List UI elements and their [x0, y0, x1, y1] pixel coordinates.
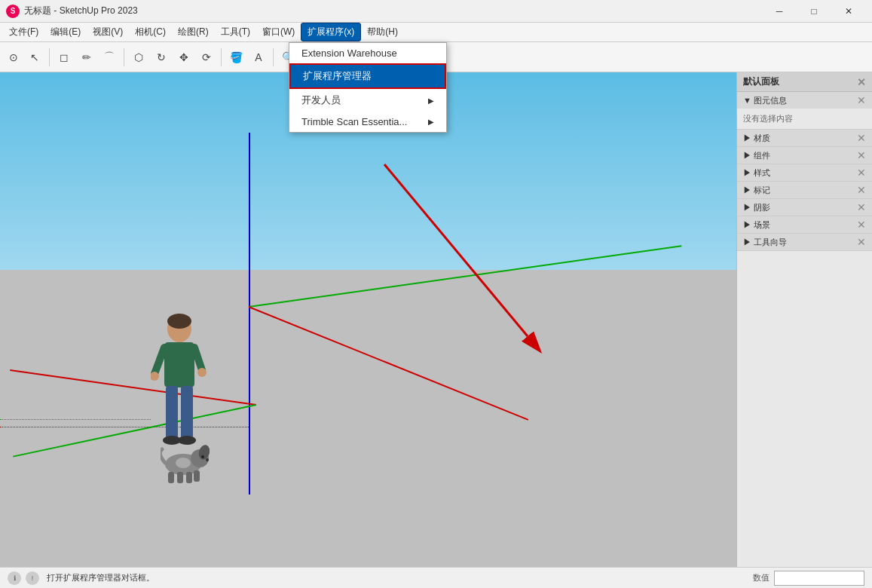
svg-point-6 — [197, 368, 207, 377]
toolbar-rotate[interactable]: ↻ — [151, 47, 172, 68]
titlebar: S 无标题 - SketchUp Pro 2023 ─ □ ✕ — [0, 0, 872, 23]
dog-figure — [161, 442, 210, 487]
tool-guide-header[interactable]: ▶ 工具向导 ✕ — [737, 234, 872, 250]
panel-close-icon[interactable]: ✕ — [857, 76, 866, 88]
toolbar-move[interactable]: ✥ — [173, 47, 194, 68]
toolbar-text[interactable]: A — [248, 47, 269, 68]
style-header[interactable]: ▶ 样式 ✕ — [737, 164, 872, 181]
panel-section-marker: ▶ 标记 ✕ — [737, 182, 872, 199]
marker-label: ▶ 标记 — [743, 185, 770, 196]
axis-blue — [249, 133, 250, 495]
app-icon: S — [6, 5, 20, 18]
menu-extensions[interactable]: 扩展程序(x) — [301, 23, 361, 41]
entity-info-close[interactable]: ✕ — [857, 94, 866, 106]
material-close[interactable]: ✕ — [857, 132, 866, 144]
component-close[interactable]: ✕ — [857, 149, 866, 161]
close-button[interactable]: ✕ — [831, 0, 866, 23]
panel-section-style: ▶ 样式 ✕ — [737, 164, 872, 182]
marker-header[interactable]: ▶ 标记 ✕ — [737, 182, 872, 198]
svg-rect-2 — [164, 342, 194, 387]
shadow-close[interactable]: ✕ — [857, 201, 866, 213]
material-header[interactable]: ▶ 材质 ✕ — [737, 130, 872, 146]
toolbar-orbit[interactable]: ⊙ — [3, 47, 24, 68]
value-label: 数值 — [753, 572, 770, 583]
menu-tools[interactable]: 工具(T) — [215, 23, 256, 41]
menu-camera[interactable]: 相机(C) — [129, 23, 172, 41]
menu-view[interactable]: 视图(V) — [87, 23, 129, 41]
viewport[interactable] — [0, 72, 736, 567]
main-area: 默认面板 ✕ ▼ 图元信息 ✕ 没有选择内容 ▶ 材质 ✕ ▶ 组件 ✕ — [0, 72, 872, 567]
tool-guide-label: ▶ 工具向导 — [743, 237, 787, 248]
shadow-header[interactable]: ▶ 阴影 ✕ — [737, 199, 872, 216]
svg-rect-18 — [186, 472, 192, 483]
scene-header[interactable]: ▶ 场景 ✕ — [737, 216, 872, 233]
menu-file[interactable]: 文件(F) — [3, 23, 44, 41]
svg-point-20 — [176, 458, 191, 468]
panel-section-component: ▶ 组件 ✕ — [737, 147, 872, 164]
minimize-button[interactable]: ─ — [762, 0, 797, 23]
status-text: 打开扩展程序管理器对话框。 — [47, 572, 753, 583]
dropdown-trimble-scan[interactable]: Trimble Scan Essentia... ▶ — [289, 112, 446, 132]
panel-section-tool-guide: ▶ 工具向导 ✕ — [737, 234, 872, 251]
toolbar-pencil[interactable]: ✏ — [76, 47, 97, 68]
maximize-button[interactable]: □ — [797, 0, 831, 23]
extensions-dropdown: Extension Warehouse 扩展程序管理器 开发人员 ▶ Trimb… — [289, 42, 447, 133]
toolbar-eraser[interactable]: ◻ — [54, 47, 75, 68]
material-label: ▶ 材质 — [743, 133, 770, 144]
trimble-submenu-arrow: ▶ — [428, 118, 434, 126]
toolbar-scale[interactable]: ⟳ — [196, 47, 217, 68]
status-value-area: 数值 — [753, 571, 864, 586]
toolbar-paint[interactable]: 🪣 — [225, 47, 246, 68]
dropdown-extension-manager[interactable]: 扩展程序管理器 — [289, 63, 446, 89]
dropdown-developer[interactable]: 开发人员 ▶ — [289, 89, 446, 112]
trimble-scan-label: Trimble Scan Essentia... — [301, 116, 407, 127]
svg-rect-7 — [166, 386, 178, 439]
extension-warehouse-label: Extension Warehouse — [301, 47, 397, 59]
svg-rect-17 — [177, 472, 183, 483]
svg-line-4 — [194, 348, 202, 370]
panel-section-material: ▶ 材质 ✕ — [737, 130, 872, 147]
extension-manager-label: 扩展程序管理器 — [303, 69, 372, 83]
svg-point-15 — [206, 458, 209, 461]
menu-edit[interactable]: 编辑(E) — [44, 23, 87, 41]
component-header[interactable]: ▶ 组件 ✕ — [737, 147, 872, 164]
panel-section-shadow: ▶ 阴影 ✕ — [737, 199, 872, 216]
style-close[interactable]: ✕ — [857, 167, 866, 179]
svg-line-3 — [155, 348, 164, 374]
app-title: 无标题 - SketchUp Pro 2023 — [24, 5, 762, 17]
marker-close[interactable]: ✕ — [857, 184, 866, 196]
dotted-green-axis — [0, 419, 151, 420]
scene-close[interactable]: ✕ — [857, 219, 866, 231]
value-input[interactable] — [774, 571, 864, 586]
developer-label: 开发人员 — [301, 93, 341, 107]
toolbar-arc[interactable]: ⌒ — [99, 47, 120, 68]
shadow-label: ▶ 阴影 — [743, 202, 770, 213]
toolbar-select[interactable]: ↖ — [24, 47, 45, 68]
style-label: ▶ 样式 — [743, 167, 770, 179]
developer-submenu-arrow: ▶ — [428, 96, 434, 105]
panel-section-scene: ▶ 场景 ✕ — [737, 216, 872, 234]
menu-draw[interactable]: 绘图(R) — [172, 23, 215, 41]
dog-svg — [161, 442, 210, 487]
component-label: ▶ 组件 — [743, 150, 770, 161]
toolbar-push-pull[interactable]: ⬡ — [128, 47, 149, 68]
menubar: 文件(F) 编辑(E) 视图(V) 相机(C) 绘图(R) 工具(T) 窗口(W… — [0, 23, 872, 42]
entity-info-header[interactable]: ▼ 图元信息 ✕ — [737, 92, 872, 109]
panel-section-entity-info: ▼ 图元信息 ✕ 没有选择内容 — [737, 92, 872, 130]
dropdown-extension-warehouse[interactable]: Extension Warehouse — [289, 43, 446, 63]
status-info-icon[interactable]: ℹ — [8, 571, 21, 585]
svg-point-14 — [201, 455, 204, 458]
status-warning-icon[interactable]: ! — [26, 571, 39, 585]
panel-header: 默认面板 ✕ — [737, 72, 872, 92]
window-controls: ─ □ ✕ — [762, 0, 866, 23]
panel-title: 默认面板 — [743, 75, 779, 88]
menu-help[interactable]: 帮助(H) — [361, 23, 404, 41]
right-panel: 默认面板 ✕ ▼ 图元信息 ✕ 没有选择内容 ▶ 材质 ✕ ▶ 组件 ✕ — [736, 72, 872, 567]
menu-window[interactable]: 窗口(W) — [256, 23, 301, 41]
tool-guide-close[interactable]: ✕ — [857, 236, 866, 248]
statusbar: ℹ ! 打开扩展程序管理器对话框。 数值 — [0, 567, 872, 588]
svg-rect-19 — [194, 470, 200, 482]
svg-point-1 — [167, 314, 191, 329]
no-selection-text: 没有选择内容 — [737, 109, 872, 129]
svg-rect-16 — [168, 472, 174, 483]
